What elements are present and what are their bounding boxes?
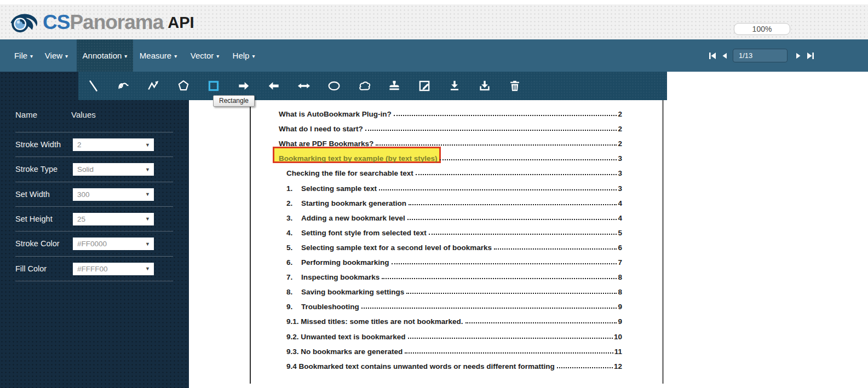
dropdown-arrow-icon: ▼ [145, 216, 150, 222]
toc-entry: 9.Troubleshooting9 [250, 296, 622, 311]
previous-page-button[interactable] [718, 50, 731, 62]
property-label: Stroke Width [15, 140, 61, 149]
toc-entry: 6.Performing bookmarking7 [250, 252, 622, 267]
polygon-tool-icon[interactable] [175, 78, 192, 94]
menu-view[interactable]: View▾ [41, 39, 72, 72]
toc-text: What are PDF Bookmarks? [279, 140, 373, 148]
menu-label: File [14, 51, 27, 60]
toc-number: 8. [286, 288, 301, 296]
dot-leader [361, 308, 617, 309]
menu-help[interactable]: Help▾ [225, 39, 263, 72]
arrow-right-tool-icon[interactable] [235, 78, 252, 94]
toc-text: Starting bookmark generation [301, 199, 406, 207]
menu-file[interactable]: File▾ [8, 39, 39, 72]
arrow-left-tool-icon[interactable] [266, 78, 282, 94]
select-value: 25 [77, 215, 85, 223]
stroke-width-select[interactable]: 2▼ [73, 138, 154, 151]
page-right-border[interactable] [662, 100, 664, 384]
brand-panorama: Panorama [70, 11, 163, 34]
select-value: #FF0000 [77, 240, 107, 248]
toc-page-number: 2 [618, 110, 622, 118]
toc-number: 2. [286, 199, 301, 207]
first-page-button[interactable] [706, 50, 718, 62]
freehand-tool-icon[interactable] [115, 78, 131, 94]
app-logo: CS Panorama API [8, 10, 194, 35]
dot-leader [407, 219, 617, 220]
dot-leader [429, 234, 617, 235]
toc-entry: 9.3. No bookmarks are generated11 [250, 341, 622, 356]
stroke-type-select[interactable]: Solid▼ [73, 163, 154, 176]
delete-tool-icon[interactable] [507, 78, 523, 94]
stamp-tool-icon[interactable] [386, 78, 403, 94]
stroke-color-select[interactable]: #FF0000▼ [73, 238, 154, 250]
select-value: Solid [77, 165, 94, 173]
column-header-values: Values [71, 110, 96, 119]
toc-number: 7. [286, 273, 301, 281]
set-width-select[interactable]: 300▼ [73, 188, 154, 201]
toc-text: Selecting sample text for a second level… [301, 244, 492, 252]
toc-number: 5. [286, 244, 301, 252]
chevron-down-icon: ▾ [252, 53, 255, 59]
dot-leader [416, 174, 617, 175]
cloud-tool-icon[interactable] [356, 78, 372, 94]
toc-text: Performing bookmarking [301, 258, 389, 267]
toc-number: 6. [286, 258, 301, 267]
menu-label: Help [233, 51, 250, 60]
property-label: Set Height [15, 215, 53, 223]
menu-measure[interactable]: Measure▾ [134, 39, 183, 72]
dot-leader [406, 293, 617, 294]
toc-text: Troubleshooting [301, 303, 359, 311]
annotation-toolbar [78, 72, 667, 100]
toc-entry: 9.1. Missed titles: some titles are not … [250, 311, 622, 326]
last-page-button[interactable] [804, 50, 817, 62]
arrow-double-tool-icon[interactable] [296, 78, 312, 94]
toc-page-number: 5 [618, 229, 622, 237]
fill-color-select[interactable]: #FFFF00▼ [73, 263, 154, 275]
dropdown-arrow-icon: ▼ [145, 192, 150, 197]
divider [15, 281, 173, 281]
dot-leader [494, 248, 617, 250]
toc-page-number: 3 [618, 154, 622, 163]
menu-vector[interactable]: Vector▾ [182, 39, 228, 72]
dot-leader [365, 130, 617, 131]
next-page-button[interactable] [792, 50, 804, 62]
line-tool-icon[interactable] [85, 78, 101, 94]
toc-entry: 1.Selecting sample text3 [250, 177, 622, 192]
menu-label: Annotation [83, 51, 122, 60]
toc-page-number: 9 [618, 317, 622, 326]
dropdown-arrow-icon: ▼ [145, 142, 150, 148]
chevron-down-icon: ▾ [124, 53, 127, 59]
menu-label: Vector [191, 51, 214, 60]
toc-entry: 4.Setting font style from selected text5 [250, 222, 622, 237]
ellipse-tool-icon[interactable] [326, 78, 342, 94]
divider [15, 231, 173, 231]
toc-page-number: 4 [618, 199, 622, 207]
toc-page-number: 12 [614, 362, 622, 370]
toc-entry: 7.Inspecting bookmarks8 [250, 267, 622, 281]
toc-number: 3. [286, 214, 301, 222]
dot-leader [394, 115, 617, 116]
polyline-tool-icon[interactable] [145, 78, 162, 94]
property-label: Stroke Type [15, 165, 58, 173]
select-value: 2 [77, 141, 82, 149]
divider [15, 132, 173, 132]
dropdown-arrow-icon: ▼ [145, 266, 150, 271]
rectangle-tool-icon[interactable] [205, 78, 222, 94]
page-number-input[interactable] [733, 49, 787, 62]
tooltip: Rectangle [213, 95, 255, 107]
zoom-level-control[interactable]: 100% [734, 23, 790, 35]
toc-entry-highlighted: Bookmarking text by example (by text sty… [250, 148, 622, 163]
note-tool-icon[interactable] [416, 78, 433, 94]
toc-page-number: 4 [618, 214, 622, 222]
divider [15, 206, 173, 207]
toc-entry: 2.Starting bookmark generation4 [250, 193, 622, 207]
dropdown-arrow-icon: ▼ [145, 241, 150, 247]
toc-page-number: 2 [618, 140, 622, 148]
menu-annotation[interactable]: Annotation▾ [77, 39, 133, 72]
download-tool-icon[interactable] [446, 78, 463, 94]
download-tray-tool-icon[interactable] [476, 78, 493, 94]
set-height-select[interactable]: 25▼ [73, 213, 154, 225]
toc-page-number: 7 [618, 258, 622, 267]
column-header-name: Name [15, 110, 37, 119]
toc-page-number: 2 [618, 125, 622, 133]
